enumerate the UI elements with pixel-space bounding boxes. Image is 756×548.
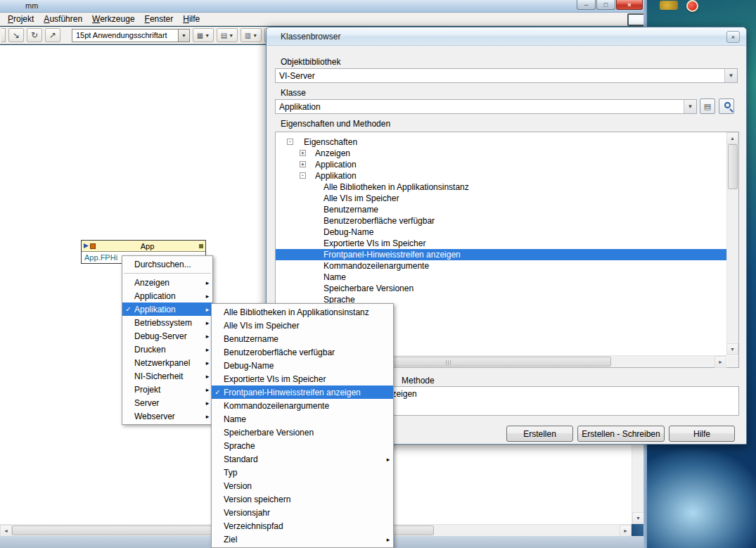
- submenu-item-benutzername[interactable]: Benutzername: [212, 332, 393, 345]
- object-library-select[interactable]: VI-Server ▼: [275, 68, 738, 83]
- close-button[interactable]: ×: [616, 0, 643, 10]
- tree-item[interactable]: Name: [276, 272, 726, 283]
- scroll-down-icon[interactable]: ▼: [726, 343, 738, 355]
- menu-projekt[interactable]: Projekt: [3, 13, 39, 25]
- tree-item[interactable]: Exportierte VIs im Speicher: [276, 238, 726, 249]
- tree-item[interactable]: Benutzeroberfläche verfügbar: [276, 215, 726, 227]
- class-select[interactable]: Applikation ▼: [275, 99, 697, 114]
- menu-item-debug-server[interactable]: Debug-Server▸: [122, 329, 212, 343]
- tree-item[interactable]: +Application: [276, 159, 726, 170]
- submenu-item-versionsjahr[interactable]: Versionsjahr: [212, 506, 393, 519]
- tree-item[interactable]: +Anzeigen: [276, 148, 726, 159]
- submenu-item-verzeichnispfad[interactable]: Verzeichnispfad: [212, 519, 393, 533]
- step-over-button[interactable]: ↻: [27, 28, 42, 42]
- font-selector-value: 15pt Anwendungsschriftart: [72, 31, 178, 39]
- menu-item-projekt[interactable]: Projekt▸: [122, 383, 212, 396]
- submenu-item-debug-name[interactable]: Debug-Name: [212, 359, 393, 372]
- scrollbar-thumb[interactable]: [728, 144, 738, 189]
- resize-objects-icon: ▥: [245, 32, 251, 39]
- maximize-button[interactable]: □: [596, 0, 615, 10]
- tree-item[interactable]: Debug-Name: [276, 227, 726, 238]
- submenu-item-exportierte-vis[interactable]: Exportierte VIs im Speicher: [212, 372, 393, 385]
- submenu-item-standard[interactable]: Standard▸: [212, 452, 393, 466]
- menu-item-drucken[interactable]: Drucken▸: [122, 343, 212, 356]
- submenu-item-alle-vis[interactable]: Alle VIs im Speicher: [212, 319, 393, 332]
- menu-item-webserver[interactable]: Webserver▸: [122, 409, 212, 423]
- collapse-icon[interactable]: -: [287, 139, 293, 145]
- menu-item-netzwerkpanel[interactable]: Netzwerkpanel▸: [122, 356, 212, 369]
- create-write-button[interactable]: Erstellen - Schreiben: [577, 426, 665, 442]
- menu-item-betriebssystem[interactable]: Betriebssystem▸: [122, 316, 212, 329]
- menu-item-durchsuchen[interactable]: Durchsuchen...: [122, 257, 212, 271]
- resize-objects-button[interactable]: ▥ ▼: [241, 28, 262, 42]
- desktop-icon[interactable]: [660, 1, 678, 10]
- property-node-header: App: [82, 241, 205, 252]
- scroll-left-icon[interactable]: ◄: [0, 525, 12, 537]
- submenu-item-speicherbare-versionen[interactable]: Speicherbare Versionen: [212, 426, 393, 439]
- property-node-title: App: [96, 242, 199, 250]
- tree-item[interactable]: -Applikation: [276, 170, 726, 181]
- dialog-close-button[interactable]: ×: [726, 31, 740, 43]
- menu-ausfuehren[interactable]: Ausführen: [39, 13, 87, 25]
- submenu-item-kommandozeilenargumente[interactable]: Kommandozeilenargumente: [212, 399, 393, 412]
- submenu-item-name[interactable]: Name: [212, 412, 393, 426]
- expand-icon[interactable]: +: [300, 161, 306, 167]
- tree-item[interactable]: -Eigenschaften: [276, 136, 726, 148]
- submenu-item-alle-bibliotheken[interactable]: Alle Bibliotheken in Applikationsinstanz: [212, 305, 393, 319]
- chevron-down-icon[interactable]: ▼: [684, 100, 696, 113]
- menu-item-applikation[interactable]: ✓Applikation▸: [122, 302, 212, 316]
- search-button[interactable]: [719, 98, 734, 114]
- close-icon: ×: [731, 34, 735, 41]
- font-selector[interactable]: 15pt Anwendungsschriftart ▼: [72, 29, 190, 42]
- menu-item-anzeigen[interactable]: Anzeigen▸: [122, 276, 212, 289]
- menu-hilfe[interactable]: Hilfe: [178, 13, 205, 25]
- tree-vertical-scrollbar[interactable]: ▲ ▼: [726, 132, 738, 355]
- submenu-item-typ[interactable]: Typ: [212, 466, 393, 479]
- submenu-item-version-speichern[interactable]: Version speichern: [212, 492, 393, 506]
- tree-item[interactable]: Benutzername: [276, 204, 726, 215]
- step-out-button[interactable]: ↗: [45, 28, 60, 42]
- tree-item[interactable]: Alle VIs im Speicher: [276, 193, 726, 204]
- collapse-icon[interactable]: -: [300, 172, 306, 179]
- properties-icon: ▤: [704, 102, 711, 111]
- window-title-fragment: mm: [25, 1, 38, 10]
- create-button[interactable]: Erstellen: [506, 426, 573, 442]
- help-button[interactable]: Hilfe: [669, 426, 735, 442]
- scroll-up-icon[interactable]: ▲: [726, 132, 738, 144]
- scroll-right-icon[interactable]: ►: [620, 525, 632, 537]
- submenu-item-frontpanel-hinweisstreifen[interactable]: ✓Frontpanel-Hinweisstreifen anzeigen: [212, 385, 393, 399]
- step-out-icon: ↗: [49, 30, 56, 40]
- submenu-item-benutzeroberflaeche[interactable]: Benutzeroberfläche verfügbar: [212, 345, 393, 359]
- chevron-down-icon[interactable]: ▼: [724, 69, 737, 82]
- tree-item[interactable]: Speicherbare Versionen: [276, 283, 726, 294]
- toolbar-clipped-button[interactable]: [1, 28, 6, 42]
- desktop-icon-red-badge[interactable]: [686, 0, 698, 12]
- error-terminal-icon[interactable]: [199, 244, 203, 248]
- minimize-button[interactable]: –: [577, 0, 596, 10]
- search-icon: [724, 102, 731, 108]
- chevron-down-icon[interactable]: ▼: [178, 30, 189, 42]
- menu-fenster[interactable]: Fenster: [140, 13, 179, 25]
- scroll-down-icon[interactable]: ▼: [632, 512, 644, 524]
- window-titlebar[interactable]: mm – □ ×: [0, 0, 647, 13]
- step-into-button[interactable]: ↘: [8, 28, 24, 42]
- align-objects-button[interactable]: ▦ ▼: [193, 28, 214, 42]
- tree-item-selected[interactable]: Frontpanel-Hinweisstreifen anzeigen: [276, 249, 726, 260]
- menu-werkzeuge[interactable]: Werkzeuge: [87, 13, 139, 25]
- submenu-item-version[interactable]: Version: [212, 479, 393, 492]
- scroll-right-icon[interactable]: ►: [715, 356, 726, 368]
- submenu-item-ziel[interactable]: Ziel▸: [212, 533, 393, 546]
- expand-icon[interactable]: +: [300, 150, 306, 156]
- properties-list-button[interactable]: ▤: [700, 98, 715, 114]
- class-terminal-icon[interactable]: [90, 243, 96, 249]
- menu-item-ni-sicherheit[interactable]: NI-Sicherheit▸: [122, 369, 212, 383]
- menu-item-server[interactable]: Server▸: [122, 396, 212, 409]
- reference-terminal-icon[interactable]: [84, 243, 89, 248]
- submenu-item-sprache[interactable]: Sprache: [212, 439, 393, 452]
- tree-item[interactable]: Kommandozeilenargumente: [276, 260, 726, 272]
- tree-item[interactable]: Alle Bibliotheken in Applikationsinstanz: [276, 181, 726, 193]
- dialog-titlebar[interactable]: Klassenbrowser ×: [267, 27, 746, 46]
- distribute-objects-button[interactable]: ▤ ▼: [217, 28, 238, 42]
- menu-item-application[interactable]: Application▸: [122, 289, 212, 302]
- object-library-value: VI-Server: [276, 71, 724, 81]
